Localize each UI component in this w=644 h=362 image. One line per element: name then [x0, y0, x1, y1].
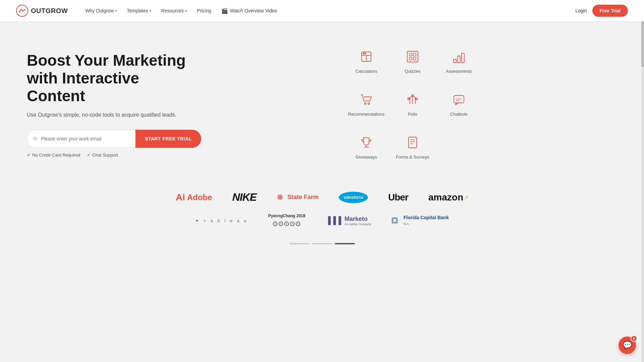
marketo-text: Marketo: [344, 216, 371, 223]
scroll-dot-2: [312, 243, 332, 244]
start-free-trial-button[interactable]: START FREE TRIAL: [136, 130, 201, 148]
adobe-icon: Ai: [176, 192, 185, 203]
nav-resources[interactable]: Resources ▾: [157, 6, 191, 15]
svg-rect-10: [453, 59, 456, 63]
quiz-icon: [406, 50, 419, 65]
assessments-label: Assessments: [446, 69, 472, 74]
assessment-icon: [452, 50, 466, 65]
hero-title: Boost Your Marketing with Interactive Co…: [27, 52, 201, 105]
nav-free-trial-button[interactable]: Free Trial: [592, 5, 628, 17]
content-type-recommendations[interactable]: Recommendations: [344, 84, 388, 125]
trophy-icon: [360, 136, 373, 151]
pyeongchang-text: PyeongChang 2018: [268, 214, 306, 218]
logo-text: OUTGROW: [31, 7, 68, 15]
svg-rect-9: [413, 57, 416, 60]
svg-rect-7: [413, 53, 416, 56]
scrollbar[interactable]: [641, 0, 644, 267]
calculators-label: Calculators: [355, 69, 377, 74]
hero-subtitle: Use Outgrow's simple, no-code tools to a…: [27, 111, 201, 119]
hero-section: Boost Your Marketing with Interactive Co…: [0, 21, 644, 181]
navbar: OUTGROW Why Outgrow ▾ Templates ▾ Resour…: [0, 0, 644, 21]
marketo-icon: ▐▐▐: [325, 216, 341, 225]
email-input[interactable]: [41, 136, 129, 141]
amazon-text: amazon: [428, 192, 463, 203]
chevron-down-icon: ▾: [150, 9, 151, 13]
svg-text:×÷: ×÷: [363, 52, 366, 55]
forms-icon: [406, 136, 419, 151]
brand-salesforce: salesforce: [339, 192, 368, 203]
content-type-forms-surveys[interactable]: Forms & Surveys: [391, 127, 434, 168]
brand-uber: Uber: [388, 192, 408, 203]
uber-text: Uber: [388, 192, 408, 203]
svg-rect-5: [407, 51, 418, 62]
chatbots-label: Chatbots: [450, 112, 468, 117]
svg-rect-11: [458, 56, 460, 63]
svg-rect-6: [409, 53, 412, 56]
content-type-assessments[interactable]: Assessments: [437, 42, 481, 82]
nav-watch-video[interactable]: 🎬 Watch Overview Video: [217, 6, 281, 16]
chatbot-icon: [452, 93, 466, 108]
marketo-subtext: An Adobe Company: [344, 223, 371, 226]
poll-icon: [406, 93, 419, 108]
hero-check-chat: ✓ Chat Support: [87, 153, 118, 158]
content-type-chatbots[interactable]: Chatbots: [437, 84, 481, 125]
chevron-down-icon: ▾: [185, 9, 187, 13]
giveaways-label: Giveaways: [356, 155, 377, 160]
hero-form: ✉ START FREE TRIAL: [27, 130, 201, 148]
recommendations-label: Recommendations: [348, 112, 384, 117]
nav-right: Login Free Trial: [575, 5, 628, 17]
email-icon: ✉: [33, 135, 38, 142]
fcb-subtext: N.A.: [404, 222, 410, 226]
nav-why-outgrow[interactable]: Why Outgrow ▾: [81, 6, 121, 15]
logo-icon: [16, 5, 28, 17]
check-icon: ✓: [87, 153, 91, 158]
quizzes-label: Quizzes: [405, 69, 421, 74]
nav-links: Why Outgrow ▾ Templates ▾ Resources ▾ Pr…: [81, 6, 575, 16]
cart-icon: [360, 93, 373, 108]
brand-tableau: ✦ + a b l e a u: [195, 218, 248, 223]
olympic-rings-icon: ⊙⊙⊙⊙⊙: [272, 220, 301, 228]
scroll-dot-1: [289, 243, 309, 244]
svg-rect-18: [454, 96, 464, 103]
svg-point-14: [368, 103, 370, 104]
calculator-icon: ×÷: [360, 50, 373, 65]
svg-point-13: [365, 103, 366, 104]
forms-surveys-label: Forms & Surveys: [396, 155, 429, 160]
brand-adobe: Ai Adobe: [176, 192, 212, 203]
statefarm-icon: ❋: [277, 193, 283, 202]
svg-rect-12: [462, 53, 464, 63]
fcb-icon: ⛋: [391, 216, 399, 225]
brand-marketo: ▐▐▐ Marketo An Adobe Company: [325, 216, 371, 226]
content-type-polls[interactable]: Polls: [391, 84, 434, 125]
polls-label: Polls: [408, 112, 417, 117]
nike-text: NIKE: [232, 191, 256, 203]
brands-row-2: ✦ + a b l e a u PyeongChang 2018 ⊙⊙⊙⊙⊙ ▐…: [27, 214, 617, 228]
hero-checks: ✓ No Credit Card Required ✓ Chat Support: [27, 153, 201, 158]
scroll-indicator: [27, 238, 617, 247]
email-input-wrapper: ✉: [27, 130, 136, 148]
content-type-quizzes[interactable]: Quizzes: [391, 42, 434, 82]
salesforce-icon: salesforce: [339, 192, 368, 203]
content-types-grid: ×÷ Calculators Quizzes Assessments Recom…: [221, 42, 604, 168]
brand-pyeongchang: PyeongChang 2018 ⊙⊙⊙⊙⊙: [268, 214, 306, 228]
content-type-giveaways[interactable]: Giveaways: [344, 127, 388, 168]
brand-nike: NIKE: [232, 191, 256, 203]
hero-check-no-card: ✓ No Credit Card Required: [27, 153, 80, 158]
scroll-dot-3: [335, 243, 355, 244]
fcb-text: Florida Capital Bank: [404, 215, 449, 220]
nav-templates[interactable]: Templates ▾: [123, 6, 155, 15]
tableau-text: ✦ + a b l e a u: [195, 218, 248, 223]
nav-login[interactable]: Login: [575, 8, 587, 13]
hero-left: Boost Your Marketing with Interactive Co…: [27, 52, 201, 158]
amazon-arrow-icon: ↗: [464, 194, 468, 200]
brand-amazon: amazon ↗: [428, 192, 468, 203]
svg-rect-23: [409, 137, 417, 148]
scroll-dots: [289, 243, 355, 244]
brand-floridacapital: ⛋ Florida Capital Bank N.A.: [391, 215, 449, 226]
logo[interactable]: OUTGROW: [16, 5, 68, 17]
nav-pricing[interactable]: Pricing: [193, 6, 215, 15]
content-type-calculators[interactable]: ×÷ Calculators: [344, 42, 388, 82]
brands-row-1: Ai Adobe NIKE ❋ State Farm salesforce Ub…: [27, 191, 617, 203]
video-flag-icon: 🎬: [221, 8, 228, 14]
check-icon: ✓: [27, 153, 31, 158]
